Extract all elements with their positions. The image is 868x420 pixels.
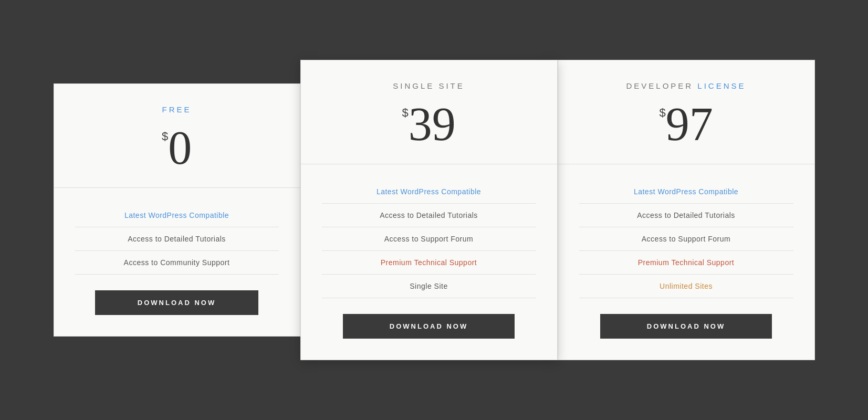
feature-item: Latest WordPress Compatible xyxy=(75,204,279,227)
card-header-free: FREE$0 xyxy=(54,84,300,188)
plan-name-single: SINGLE SITE xyxy=(317,81,541,90)
price-wrap-developer: $97 xyxy=(574,101,799,148)
feature-item: Access to Detailed Tutorials xyxy=(322,204,536,227)
feature-item: Access to Detailed Tutorials xyxy=(579,204,793,227)
features-developer: Latest WordPress CompatibleAccess to Det… xyxy=(558,164,814,360)
pricing-card-developer: DEVELOPER LICENSE$97Latest WordPress Com… xyxy=(558,60,815,360)
feature-item: Single Site xyxy=(322,275,536,298)
amount-free: 0 xyxy=(168,124,192,172)
download-button-single[interactable]: DOWNLOAD NOW xyxy=(343,314,514,339)
download-button-free[interactable]: DOWNLOAD NOW xyxy=(95,290,258,315)
plan-name-developer: DEVELOPER LICENSE xyxy=(574,81,799,90)
pricing-container: FREE$0Latest WordPress CompatibleAccess … xyxy=(0,39,868,381)
pricing-card-free: FREE$0Latest WordPress CompatibleAccess … xyxy=(54,83,300,337)
feature-item: Access to Support Forum xyxy=(322,227,536,251)
feature-item: Premium Technical Support xyxy=(579,251,793,275)
amount-single: 39 xyxy=(409,101,456,148)
price-wrap-free: $0 xyxy=(70,124,284,172)
feature-item: Access to Community Support xyxy=(75,251,279,275)
features-free: Latest WordPress CompatibleAccess to Det… xyxy=(54,188,300,336)
amount-developer: 97 xyxy=(666,101,713,148)
feature-item: Access to Detailed Tutorials xyxy=(75,227,279,251)
currency-free: $ xyxy=(162,131,168,142)
card-header-single: SINGLE SITE$39 xyxy=(301,60,557,164)
card-header-developer: DEVELOPER LICENSE$97 xyxy=(558,60,814,164)
plan-name-free: FREE xyxy=(70,105,284,114)
feature-item: Access to Support Forum xyxy=(579,227,793,251)
download-button-developer[interactable]: DOWNLOAD NOW xyxy=(600,314,771,339)
feature-item: Premium Technical Support xyxy=(322,251,536,275)
currency-developer: $ xyxy=(659,107,665,119)
pricing-card-single: SINGLE SITE$39Latest WordPress Compatibl… xyxy=(300,60,558,360)
feature-item: Latest WordPress Compatible xyxy=(322,180,536,204)
feature-item: Unlimited Sites xyxy=(579,275,793,298)
currency-single: $ xyxy=(402,107,408,119)
feature-item: Latest WordPress Compatible xyxy=(579,180,793,204)
price-wrap-single: $39 xyxy=(317,101,541,148)
features-single: Latest WordPress CompatibleAccess to Det… xyxy=(301,164,557,360)
